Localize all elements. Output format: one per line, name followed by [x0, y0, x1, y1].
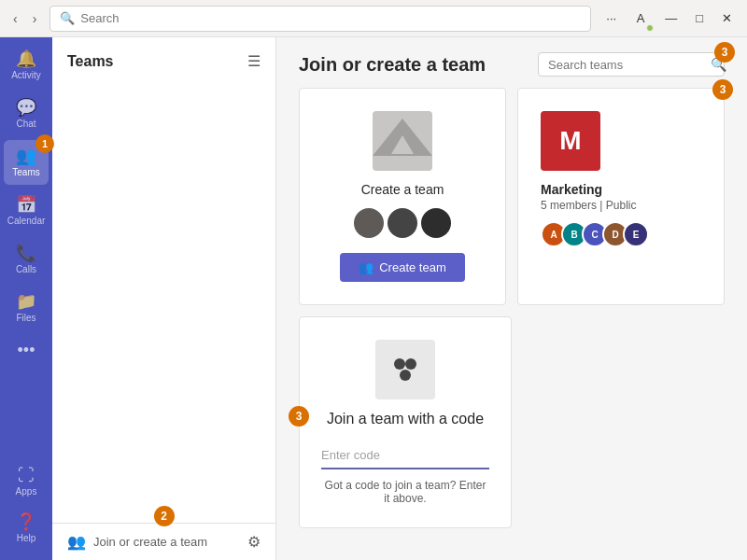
- sidebar-item-chat[interactable]: 💬 Chat: [4, 91, 49, 136]
- global-search-bar[interactable]: 🔍: [49, 6, 591, 32]
- teams-search-bar[interactable]: 3 🔍: [538, 52, 725, 77]
- chat-icon: 💬: [16, 99, 36, 116]
- app-body: 🔔 Activity 💬 Chat 👥 Teams 1 📅 Calendar 📞…: [0, 37, 747, 560]
- badge-3a: 3: [714, 42, 735, 63]
- teams-icon: 👥: [16, 147, 36, 164]
- nav-controls: ‹ ›: [7, 7, 42, 30]
- team-placeholder-svg: [384, 122, 421, 160]
- svg-point-4: [400, 370, 411, 381]
- activity-icon: 🔔: [16, 50, 36, 67]
- apps-icon: ⛶: [18, 467, 35, 483]
- files-icon: 📁: [16, 293, 36, 310]
- sidebar-item-files[interactable]: 📁 Files: [4, 286, 49, 330]
- marketing-team-meta: 5 members | Public: [541, 199, 637, 212]
- teams-panel: Teams ☰ 👥 Join or create a team 2 ⚙: [52, 37, 276, 560]
- sample-avatar-2: [388, 208, 417, 238]
- calls-icon: 📞: [16, 245, 36, 261]
- join-create-team-footer[interactable]: 👥 Join or create a team 2 ⚙: [52, 523, 275, 560]
- main-content: Join or create a team 3 🔍 Create a team: [276, 37, 747, 560]
- svg-point-3: [405, 358, 416, 370]
- join-create-label: Join or create a team: [93, 535, 240, 549]
- calendar-icon: 📅: [16, 196, 36, 213]
- more-icon: •••: [18, 342, 35, 358]
- filter-icon[interactable]: ☰: [247, 52, 261, 70]
- create-team-btn-icon: 👥: [359, 260, 374, 274]
- sample-avatar-1: [354, 208, 384, 238]
- sidebar-item-help[interactable]: ❓ Help: [4, 506, 49, 551]
- sidebar-item-calendar[interactable]: 📅 Calendar: [4, 189, 49, 233]
- member-avatars-list: A B C D E: [541, 221, 649, 247]
- sample-avatar-3: [421, 208, 451, 238]
- title-bar: ‹ › 🔍 ··· A — □ ✕: [0, 0, 747, 37]
- search-icon: 🔍: [60, 11, 75, 25]
- join-code-svg: [388, 353, 422, 386]
- help-icon: ❓: [16, 513, 36, 530]
- join-code-card: 3 Join a team with a code Got a code to …: [299, 316, 512, 528]
- badge-2: 2: [154, 506, 175, 526]
- teams-panel-title: Teams: [67, 53, 114, 70]
- window-controls: ··· A — □ ✕: [599, 6, 740, 32]
- create-team-card: Create a team 👥 Create team: [299, 88, 506, 305]
- badge-3c: 3: [289, 406, 309, 427]
- sidebar-item-apps[interactable]: ⛶ Apps: [4, 459, 49, 504]
- cards-grid: Create a team 👥 Create team 3 M Marketin…: [276, 88, 747, 551]
- join-code-icon: [375, 340, 435, 399]
- join-create-icon: 👥: [67, 533, 86, 551]
- create-team-thumbnail: [373, 111, 432, 171]
- main-header: Join or create a team 3 🔍: [276, 37, 747, 88]
- teams-list: [52, 77, 275, 523]
- page-title: Join or create a team: [299, 54, 486, 76]
- sample-avatars: [354, 208, 451, 238]
- join-code-label: Join a team with a code: [327, 411, 484, 427]
- member-avatar-5: E: [623, 221, 649, 247]
- sidebar-item-more[interactable]: •••: [4, 334, 49, 366]
- marketing-team-name: Marketing: [541, 182, 602, 197]
- marketing-team-card[interactable]: 3 M Marketing 5 members | Public A B C D…: [517, 88, 725, 305]
- enter-code-input[interactable]: [321, 442, 489, 469]
- user-avatar-button[interactable]: A: [627, 6, 654, 32]
- sidebar-item-activity[interactable]: 🔔 Activity: [4, 43, 49, 88]
- join-code-hint: Got a code to join a team? Enter it abov…: [322, 479, 488, 505]
- online-indicator: [646, 24, 654, 32]
- maximize-button[interactable]: □: [688, 6, 711, 32]
- teams-panel-header: Teams ☰: [52, 37, 275, 77]
- forward-button[interactable]: ›: [27, 7, 43, 30]
- back-button[interactable]: ‹: [7, 7, 23, 30]
- marketing-team-icon: M: [541, 111, 600, 171]
- close-button[interactable]: ✕: [714, 6, 740, 32]
- create-team-btn-label: Create team: [379, 260, 446, 274]
- more-options-button[interactable]: ···: [599, 6, 624, 32]
- badge-1: 1: [35, 134, 54, 153]
- create-team-label: Create a team: [361, 182, 444, 197]
- badge-3b: 3: [712, 79, 733, 100]
- sidebar-item-teams[interactable]: 👥 Teams 1: [4, 140, 49, 185]
- search-teams-input[interactable]: [548, 58, 705, 72]
- create-team-button[interactable]: 👥 Create team: [340, 253, 465, 282]
- minimize-button[interactable]: —: [657, 6, 684, 32]
- svg-point-2: [394, 358, 405, 370]
- global-search-input[interactable]: [80, 11, 581, 25]
- settings-icon[interactable]: ⚙: [247, 533, 261, 551]
- sidebar-item-calls[interactable]: 📞 Calls: [4, 237, 49, 282]
- nav-sidebar: 🔔 Activity 💬 Chat 👥 Teams 1 📅 Calendar 📞…: [0, 37, 52, 560]
